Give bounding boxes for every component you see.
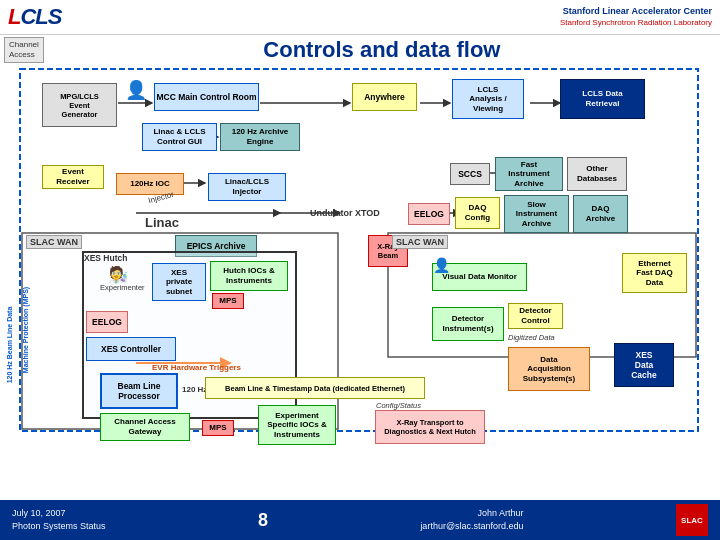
page-title: Controls and data flow <box>52 37 712 63</box>
mcc-main-box: MCC Main Control Room <box>154 83 259 111</box>
mps-top-box: MPS <box>212 293 244 309</box>
linac-lcls-injector-box: Linac/LCLS Injector <box>208 173 286 201</box>
ethernet-fast-daq-box: Ethernet Fast DAQ Data <box>622 253 687 293</box>
120hz-label: 120 Hz <box>182 385 207 394</box>
slac-line2: Stanford Synchrotron Radiation Laborator… <box>560 18 712 28</box>
undulator-xtod-label: Undulator XTOD <box>310 208 380 218</box>
ioc-120hz-box: 120Hz IOC <box>116 173 184 195</box>
data-acquisition-box: Data Acquisition Subsystem(s) <box>508 347 590 391</box>
sccs-box: SCCS <box>450 163 490 185</box>
footer-right: John Arthur jarthur@slac.stanford.edu <box>420 507 523 532</box>
digitized-data-label: Digitized Data <box>508 333 555 342</box>
footer-left: July 10, 2007 Photon Systems Status <box>12 507 106 532</box>
xray-transport-box: X-Ray Transport to Diagnostics & Next Hu… <box>375 410 485 444</box>
beam-line-processor-box: Beam Line Processor <box>100 373 178 409</box>
lcls-data-retrieval-box: LCLS Data Retrieval <box>560 79 645 119</box>
anywhere-box: Anywhere <box>352 83 417 111</box>
person2-icon: 👤 <box>433 257 450 273</box>
experimenter-label: Experimenter <box>100 283 145 292</box>
xes-private-subnet-box: XES private subnet <box>152 263 206 301</box>
beam-line-timestamp-box: Beam Line & Timestamp Data (dedicated Et… <box>205 377 425 399</box>
page-title-bar: Channel Access Controls and data flow <box>0 35 720 65</box>
footer-author: John Arthur <box>420 507 523 520</box>
person-icon: 👤 <box>122 79 150 119</box>
lcls-logo-text: LCLS <box>8 4 61 30</box>
diagram-area: 120 Hz Beam Line Data Machine Protection… <box>0 65 720 465</box>
footer-page-number: 8 <box>258 510 268 531</box>
detector-control-box: Detector Control <box>508 303 563 329</box>
slac-line1: Stanford Linear Accelerator Center <box>560 6 712 18</box>
channel-access-gateway-box: Channel Access Gateway <box>100 413 190 441</box>
experimenter-icon: 🧑‍🔬 <box>108 265 128 284</box>
footer-email: jarthur@slac.stanford.edu <box>420 520 523 533</box>
archive-engine-box: 120 Hz Archive Engine <box>220 123 300 151</box>
experiment-specific-box: Experiment Specific IOCs & Instruments <box>258 405 336 445</box>
other-databases-box: Other Databases <box>567 157 627 191</box>
footer: July 10, 2007 Photon Systems Status 8 Jo… <box>0 500 720 540</box>
svg-text:Machine Protection (MPS): Machine Protection (MPS) <box>22 287 30 373</box>
mpg-lcls-box: MPG/LCLS Event Generator <box>42 83 117 127</box>
svg-text:120 Hz Beam Line Data: 120 Hz Beam Line Data <box>6 307 13 384</box>
footer-subtitle: Photon Systems Status <box>12 520 106 533</box>
xes-hutch-label: XES Hutch <box>84 253 127 263</box>
header: LCLS Stanford Linear Accelerator Center … <box>0 0 720 35</box>
lcls-analysis-box: LCLS Analysis / Viewing <box>452 79 524 119</box>
detector-instruments-box: Detector Instrument(s) <box>432 307 504 341</box>
header-logo: LCLS <box>8 4 61 30</box>
xes-data-cache-box: XES Data Cache <box>614 343 674 387</box>
eelog-box: EELOG <box>408 203 450 225</box>
slac-wan-right-label: SLAC WAN <box>392 235 448 249</box>
daq-config-box: DAQ Config <box>455 197 500 229</box>
header-institution: Stanford Linear Accelerator Center Stanf… <box>560 6 712 28</box>
channel-access-label: Channel Access <box>4 37 44 62</box>
xes-controller-box: XES Controller <box>86 337 176 361</box>
slac-wan-left-label: SLAC WAN <box>26 235 82 249</box>
hutch-iocs-box: Hutch IOCs & Instruments <box>210 261 288 291</box>
footer-date: July 10, 2007 <box>12 507 106 520</box>
slow-instrument-archive-box: Slow Instrument Archive <box>504 195 569 233</box>
footer-logo: SLAC <box>676 504 708 536</box>
fast-instrument-archive-box: Fast Instrument Archive <box>495 157 563 191</box>
eelog2-box: EELOG <box>86 311 128 333</box>
event-receiver-box: Event Receiver <box>42 165 104 189</box>
linac-label: Linac <box>145 215 179 230</box>
mps-bottom-box: MPS <box>202 420 234 436</box>
evr-hardware-triggers-label: EVR Hardware Triggers <box>152 363 241 372</box>
config-status-label: Config/Status <box>376 401 421 410</box>
linac-lcls-gui-box: Linac & LCLS Control GUI <box>142 123 217 151</box>
daq-archive-box: DAQ Archive <box>573 195 628 233</box>
